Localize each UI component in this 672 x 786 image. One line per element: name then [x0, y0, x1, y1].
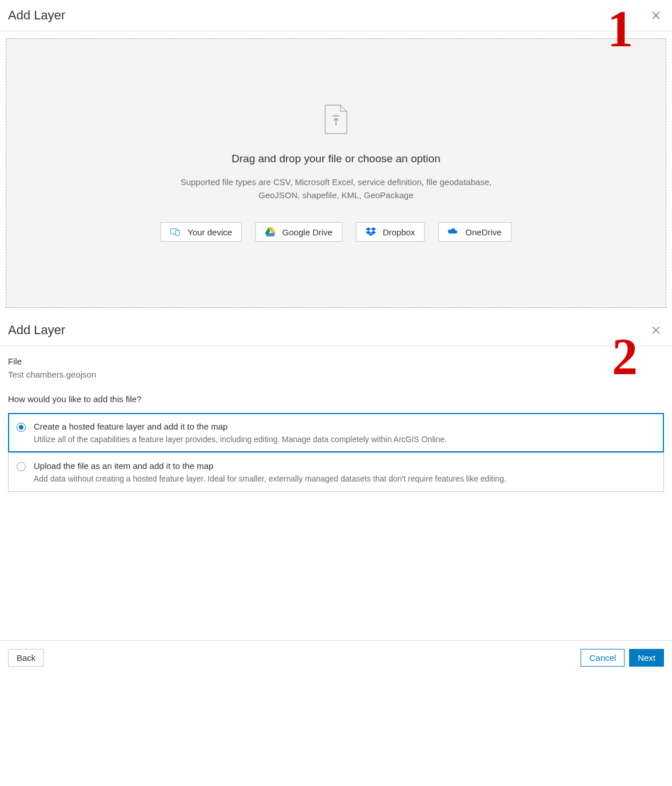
panel2-footer: Back Cancel Next [0, 640, 672, 675]
source-dropbox-button[interactable]: Dropbox [356, 222, 425, 242]
option-desc: Utilize all of the capabilities a featur… [34, 435, 447, 444]
file-dropzone[interactable]: Drag and drop your file or choose an opt… [6, 38, 666, 308]
radio-icon [17, 423, 26, 432]
option-create-hosted-layer[interactable]: Create a hosted feature layer and add it… [8, 413, 664, 452]
device-icon [170, 227, 181, 237]
source-label: Dropbox [383, 227, 415, 237]
panel1-body: Drag and drop your file or choose an opt… [0, 31, 672, 315]
panel2-body: File Test chambers.geojson How would you… [0, 346, 672, 640]
panel2-header: Add Layer [0, 315, 672, 346]
source-onedrive-button[interactable]: OneDrive [438, 222, 511, 242]
source-label: OneDrive [465, 227, 501, 237]
file-name: Test chambers.geojson [8, 370, 664, 379]
source-google-drive-button[interactable]: Google Drive [255, 222, 342, 242]
add-method-question: How would you like to add this file? [8, 394, 664, 404]
cancel-button[interactable]: Cancel [581, 649, 625, 667]
panel2-title: Add Layer [8, 323, 65, 338]
panel1-header: Add Layer [0, 0, 672, 31]
option-title: Create a hosted feature layer and add it… [34, 422, 447, 431]
panel1-title: Add Layer [8, 8, 65, 23]
next-button[interactable]: Next [629, 649, 664, 667]
option-title: Upload the file as an item and add it to… [34, 461, 506, 471]
footer-right: Cancel Next [581, 649, 664, 667]
source-row: Your device Google Drive Dropbox [161, 222, 511, 242]
source-your-device-button[interactable]: Your device [161, 222, 242, 242]
onedrive-icon [448, 227, 458, 237]
dropbox-icon [366, 227, 376, 237]
dropzone-info: Supported file types are CSV, Microsoft … [159, 175, 513, 202]
close-button[interactable] [649, 323, 663, 337]
source-label: Your device [187, 227, 232, 237]
close-icon [651, 11, 661, 20]
option-desc: Add data without creating a hosted featu… [34, 474, 506, 483]
option-upload-as-item[interactable]: Upload the file as an item and add it to… [8, 452, 664, 492]
panel-add-layer-step2: Add Layer File Test chambers.geojson How… [0, 315, 672, 675]
close-icon [651, 326, 661, 335]
panel-add-layer-step1: Add Layer Drag and drop your file or cho… [0, 0, 672, 315]
gdrive-icon [265, 227, 275, 237]
option-text: Upload the file as an item and add it to… [34, 461, 506, 483]
file-upload-icon [325, 105, 347, 137]
dropzone-title: Drag and drop your file or choose an opt… [231, 153, 440, 165]
close-button[interactable] [649, 9, 663, 22]
source-label: Google Drive [282, 227, 333, 237]
file-label: File [8, 356, 664, 366]
back-button[interactable]: Back [8, 649, 44, 667]
svg-rect-1 [175, 231, 179, 236]
radio-icon [17, 462, 26, 471]
option-text: Create a hosted feature layer and add it… [34, 422, 447, 444]
